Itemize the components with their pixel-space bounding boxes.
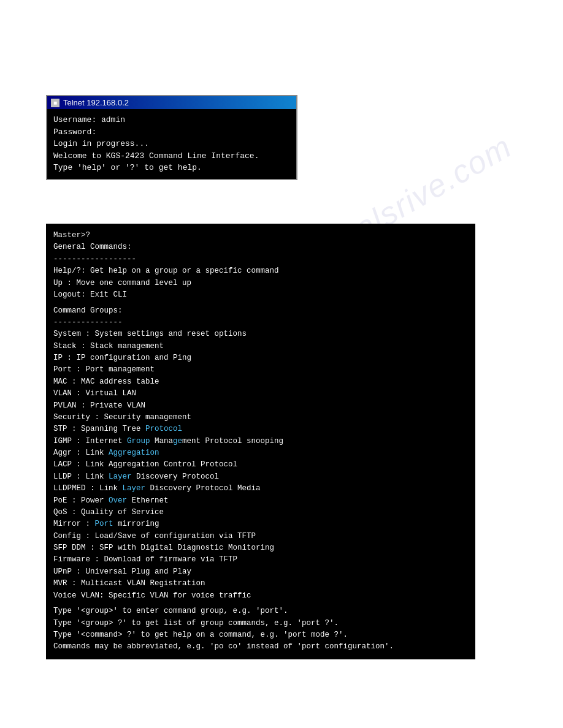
cli-cmd-ip: IP : IP configuration and Ping xyxy=(53,352,468,364)
cli-cmd-qos: QoS : Quality of Service xyxy=(53,507,468,518)
cli-cmd-voicevlan: Voice VLAN: Specific VLAN for voice traf… xyxy=(53,590,468,602)
cli-cmd-lacp: LACP : Link Aggregation Control Protocol xyxy=(53,459,468,471)
cli-cmd-stack: Stack : Stack management xyxy=(53,341,468,352)
cli-cmd-config: Config : Load/Save of configuration via … xyxy=(53,531,468,542)
cli-general-header: General Commands: xyxy=(53,241,468,253)
telnet-body: Username: admin Password: Login in progr… xyxy=(47,109,296,179)
cli-general-item-3: Logout: Exit CLI xyxy=(53,289,468,301)
cli-groups-divider: --------------- xyxy=(53,317,468,328)
telnet-line-4: Welcome to KGS-2423 Command Line Interfa… xyxy=(53,150,290,162)
cli-cmd-security: Security : Security management xyxy=(53,412,468,423)
telnet-title: Telnet 192.168.0.2 xyxy=(63,98,129,107)
cli-cmd-port: Port : Port management xyxy=(53,364,468,376)
cli-cmd-pvlan: PVLAN : Private VLAN xyxy=(53,400,468,412)
cli-cmd-igmp: IGMP : Internet Group Management Protoco… xyxy=(53,436,468,447)
telnet-titlebar: ■ Telnet 192.168.0.2 xyxy=(47,96,296,109)
telnet-icon: ■ xyxy=(51,99,59,107)
cli-footer-3: Type '<command> ?' to get help on a comm… xyxy=(53,629,468,641)
telnet-line-2: Password: xyxy=(53,126,290,138)
telnet-line-1: Username: admin xyxy=(53,114,290,126)
cli-cmd-system: System : System settings and reset optio… xyxy=(53,328,468,340)
cli-cmd-mirror: Mirror : Port mirroring xyxy=(53,518,468,530)
cli-general-item-2: Up : Move one command level up xyxy=(53,278,468,289)
cli-cmd-lldp: LLDP : Link Layer Discovery Protocol xyxy=(53,471,468,483)
telnet-line-3: Login in progress... xyxy=(53,138,290,150)
cli-cmd-mvr: MVR : Multicast VLAN Registration xyxy=(53,578,468,590)
cli-footer-2: Type '<group> ?' to get list of group co… xyxy=(53,618,468,629)
cli-cmd-upnp: UPnP : Universal Plug and Play xyxy=(53,566,468,578)
cli-cmd-firmware: Firmware : Download of firmware via TFTP xyxy=(53,554,468,566)
cli-footer-1: Type '<group>' to enter command group, e… xyxy=(53,605,468,617)
cli-window: Master>? General Commands: -------------… xyxy=(46,224,475,659)
cli-cmd-poe: PoE : Power Over Ethernet xyxy=(53,495,468,507)
cli-cmd-vlan: VLAN : Virtual LAN xyxy=(53,388,468,400)
telnet-line-5: Type 'help' or '?' to get help. xyxy=(53,162,290,174)
cli-cmd-aggr: Aggr : Link Aggregation xyxy=(53,447,468,459)
cli-prompt: Master>? xyxy=(53,230,468,241)
cli-cmd-mac: MAC : MAC address table xyxy=(53,376,468,388)
cli-cmd-sfpddm: SFP DDM : SFP with Digital Diagnostic Mo… xyxy=(53,542,468,554)
cli-footer-4: Commands may be abbreviated, e.g. 'po co… xyxy=(53,641,468,653)
cli-general-item-1: Help/?: Get help on a group or a specifi… xyxy=(53,265,468,277)
cli-groups-header: Command Groups: xyxy=(53,305,468,317)
cli-cmd-stp: STP : Spanning Tree Protocol xyxy=(53,423,468,435)
cli-general-divider: ------------------ xyxy=(53,254,468,265)
cli-cmd-lldpmed: LLDPMED : Link Layer Discovery Protocol … xyxy=(53,483,468,495)
telnet-window: ■ Telnet 192.168.0.2 Username: admin Pas… xyxy=(46,95,297,180)
